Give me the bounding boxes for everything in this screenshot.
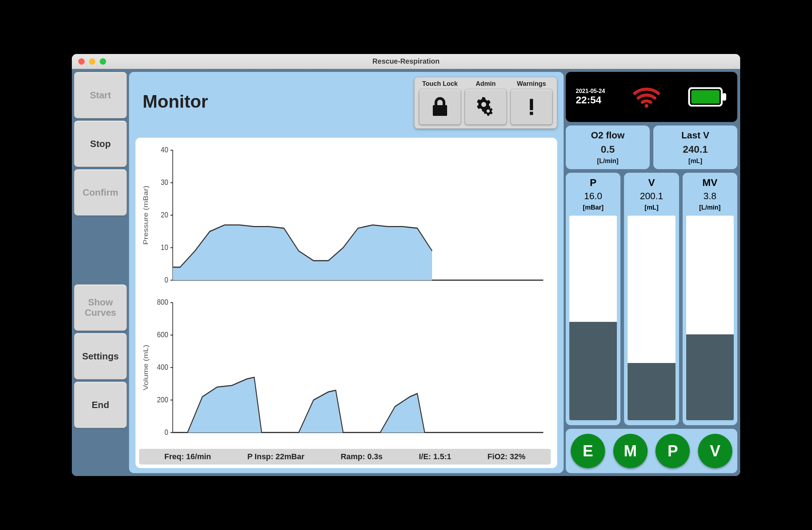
indicator-v[interactable]: V <box>698 434 732 468</box>
touch-lock-label: Touch Lock <box>419 80 461 88</box>
battery-icon <box>688 87 727 107</box>
indicator-m[interactable]: M <box>613 434 648 468</box>
start-button[interactable]: Start <box>74 72 127 118</box>
window-title: Rescue-Respiration <box>72 57 740 65</box>
status-bar: Freq: 16/min P Insp: 22mBar Ramp: 0.3s I… <box>139 449 551 465</box>
p-label: P <box>590 177 596 188</box>
svg-text:600: 600 <box>157 330 168 339</box>
lock-icon <box>429 96 451 118</box>
indicator-e[interactable]: E <box>571 434 605 468</box>
app-body: Start Stop Confirm Show Curves Settings … <box>72 69 740 476</box>
titlebar: Rescue-Respiration <box>72 54 740 69</box>
svg-text:20: 20 <box>161 210 168 219</box>
svg-text:200: 200 <box>157 395 168 404</box>
touch-lock-button[interactable] <box>419 89 461 125</box>
svg-text:400: 400 <box>157 362 168 371</box>
status-header: 2021-05-24 22:54 <box>566 72 737 122</box>
pressure-chart: 010203040Pressure (mBar) <box>139 141 551 294</box>
p-unit: [mBar] <box>583 204 604 211</box>
admin-label: Admin <box>465 80 507 88</box>
mv-unit: [L/min] <box>699 204 721 211</box>
v-value: 200.1 <box>640 191 663 202</box>
indicator-p[interactable]: P <box>655 434 690 468</box>
mv-value: 3.8 <box>703 191 716 202</box>
status-freq: Freq: 16/min <box>164 452 211 461</box>
v-bar <box>628 216 675 420</box>
svg-text:Pressure (mBar): Pressure (mBar) <box>142 186 149 245</box>
mv-label: MV <box>702 177 717 188</box>
exclaim-icon <box>522 94 541 119</box>
p-value: 16.0 <box>584 191 602 202</box>
warnings-button[interactable] <box>510 89 553 125</box>
volume-chart: 0200400600800Volume (mL) <box>139 294 551 446</box>
indicator-row: E M P V <box>566 429 737 473</box>
o2flow-label: O2 flow <box>569 130 647 141</box>
main-panel: Monitor Touch Lock Admin <box>129 72 564 473</box>
mv-card: MV 3.8 [L/min] <box>683 173 737 425</box>
svg-text:0: 0 <box>164 427 168 436</box>
wifi-icon <box>632 86 661 108</box>
svg-text:30: 30 <box>161 178 168 187</box>
admin-button[interactable] <box>465 89 507 125</box>
v-unit: [mL] <box>644 204 658 211</box>
end-button[interactable]: End <box>74 382 127 428</box>
date: 2021-05-24 <box>576 88 605 94</box>
svg-rect-31 <box>691 90 719 103</box>
svg-point-28 <box>645 104 649 108</box>
o2flow-value: 0.5 <box>569 144 647 155</box>
app-window: Rescue-Respiration Start Stop Confirm Sh… <box>72 54 740 476</box>
svg-text:Volume (mL): Volume (mL) <box>142 345 149 391</box>
svg-text:0: 0 <box>164 275 168 284</box>
lastv-card: Last V 240.1 [mL] <box>653 126 737 169</box>
lastv-label: Last V <box>656 130 734 141</box>
status-fio2: FiO2: 32% <box>487 452 525 461</box>
settings-button[interactable]: Settings <box>74 333 127 379</box>
status-ramp: Ramp: 0.3s <box>341 452 382 461</box>
time: 22:54 <box>576 94 605 106</box>
svg-text:40: 40 <box>161 145 168 154</box>
svg-text:10: 10 <box>161 242 168 251</box>
svg-rect-30 <box>723 93 726 101</box>
show-curves-button[interactable]: Show Curves <box>74 284 127 331</box>
top-button-bar: Touch Lock Admin <box>414 77 557 129</box>
v-label: V <box>648 177 655 188</box>
sidebar: Start Stop Confirm Show Curves Settings … <box>72 69 129 476</box>
right-panel: 2021-05-24 22:54 <box>566 72 737 473</box>
p-bar <box>569 216 617 420</box>
confirm-button[interactable]: Confirm <box>74 169 127 216</box>
warnings-label: Warnings <box>510 80 553 88</box>
mv-bar <box>686 216 734 420</box>
status-pinsp: P Insp: 22mBar <box>247 452 304 461</box>
o2flow-unit: [L/min] <box>569 157 647 165</box>
stop-button[interactable]: Stop <box>74 121 127 167</box>
chart-container: 010203040Pressure (mBar) 0200400600800Vo… <box>135 138 557 468</box>
page-title: Monitor <box>143 91 208 112</box>
lastv-unit: [mL] <box>656 157 734 165</box>
v-card: V 200.1 [mL] <box>624 173 679 425</box>
datetime: 2021-05-24 22:54 <box>576 88 605 106</box>
o2flow-card: O2 flow 0.5 [L/min] <box>566 126 650 169</box>
svg-text:800: 800 <box>157 298 168 306</box>
p-card: P 16.0 [mBar] <box>566 173 620 425</box>
lastv-value: 240.1 <box>656 144 734 155</box>
status-ie: I/E: 1.5:1 <box>419 452 451 461</box>
gear-icon <box>474 95 497 119</box>
